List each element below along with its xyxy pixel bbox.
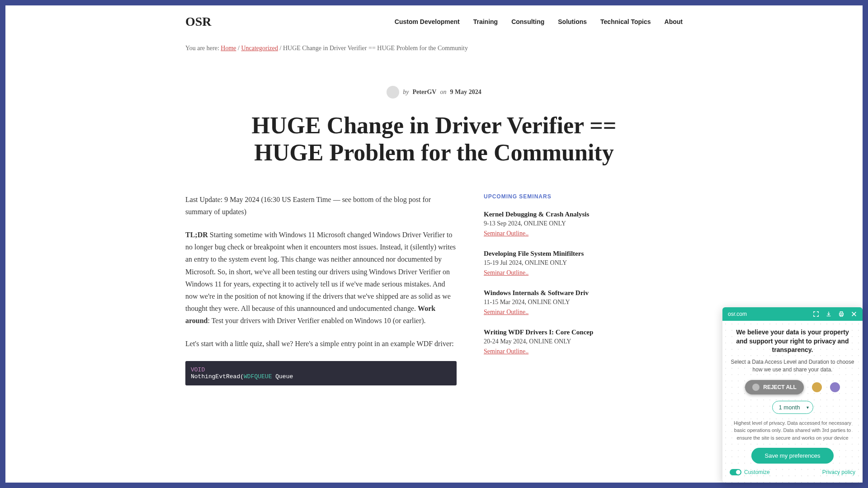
svg-rect-2 bbox=[840, 315, 842, 317]
article-meta: by PeterGV on 9 May 2024 bbox=[5, 86, 863, 99]
seminar-date: 9-13 Sep 2024, ONLINE ONLY bbox=[484, 220, 601, 227]
breadcrumb: You are here: Home / Uncategorized / HUG… bbox=[163, 38, 705, 59]
popup-description: Highest level of privacy. Data accessed … bbox=[730, 419, 855, 442]
nav-technical-topics[interactable]: Technical Topics bbox=[600, 18, 651, 25]
reject-all-button[interactable]: REJECT ALL bbox=[745, 380, 804, 394]
popup-title: We believe your data is your property an… bbox=[730, 328, 855, 355]
nav-custom-development[interactable]: Custom Development bbox=[395, 18, 460, 25]
code-block: VOID NothingEvtRead(WDFQUEUE Queue bbox=[185, 361, 457, 385]
breadcrumb-current: HUGE Change in Driver Verifier == HUGE P… bbox=[283, 45, 468, 52]
popup-header: osr.com bbox=[722, 307, 863, 321]
seminar-link[interactable]: Seminar Outline.. bbox=[484, 230, 528, 237]
meta-date[interactable]: 9 May 2024 bbox=[450, 89, 481, 96]
expand-icon[interactable] bbox=[813, 311, 819, 317]
download-icon[interactable] bbox=[826, 311, 832, 317]
seminar-date: 15-19 Jul 2024, ONLINE ONLY bbox=[484, 259, 601, 267]
author-avatar bbox=[387, 86, 399, 99]
article-title: HUGE Change in Driver Verifier == HUGE P… bbox=[231, 112, 637, 166]
main-nav: Custom Development Training Consulting S… bbox=[395, 18, 683, 25]
seminar-date: 11-15 Mar 2024, ONLINE ONLY bbox=[484, 299, 601, 306]
seminar-title: Windows Internals & Software Driv bbox=[484, 289, 601, 297]
seminar-title: Developing File System Minifilters bbox=[484, 250, 601, 258]
sidebar-heading: UPCOMING SEMINARS bbox=[484, 193, 601, 200]
seminar-link[interactable]: Seminar Outline.. bbox=[484, 309, 528, 315]
save-preferences-button[interactable]: Save my preferences bbox=[751, 448, 834, 464]
seminar-title: Writing WDF Drivers I: Core Concep bbox=[484, 328, 601, 336]
seminar-title: Kernel Debugging & Crash Analysis bbox=[484, 211, 601, 218]
paragraph-quiz: Let's start with a little quiz, shall we… bbox=[185, 338, 457, 350]
customize-button[interactable]: Customize bbox=[730, 469, 770, 475]
paragraph-update: Last Update: 9 May 2024 (16:30 US Easter… bbox=[185, 193, 457, 218]
toggle-icon bbox=[730, 469, 741, 475]
level-high-button[interactable] bbox=[830, 382, 840, 392]
reject-dot-icon bbox=[752, 384, 760, 391]
close-icon[interactable] bbox=[851, 311, 857, 317]
seminar-date: 20-24 May 2024, ONLINE ONLY bbox=[484, 338, 601, 345]
article-body: Last Update: 9 May 2024 (16:30 US Easter… bbox=[185, 193, 457, 385]
tldr-label: TL;DR bbox=[185, 231, 208, 239]
duration-select[interactable]: 1 month bbox=[772, 401, 813, 414]
meta-by: by bbox=[403, 89, 409, 96]
seminar-item: Developing File System Minifilters 15-19… bbox=[484, 250, 601, 277]
sidebar: UPCOMING SEMINARS Kernel Debugging & Cra… bbox=[484, 193, 601, 385]
nav-about[interactable]: About bbox=[665, 18, 683, 25]
popup-domain: osr.com bbox=[728, 311, 747, 317]
paragraph-tldr: TL;DR Starting sometime with Windows 11 … bbox=[185, 229, 457, 327]
meta-author[interactable]: PeterGV bbox=[413, 89, 437, 96]
meta-on: on bbox=[440, 89, 446, 96]
seminar-item: Writing WDF Drivers I: Core Concep 20-24… bbox=[484, 328, 601, 355]
privacy-popup: osr.com We believe your data is your pro… bbox=[722, 307, 863, 483]
level-medium-button[interactable] bbox=[812, 382, 822, 392]
breadcrumb-home[interactable]: Home bbox=[221, 45, 236, 52]
access-level-row: REJECT ALL bbox=[730, 380, 855, 394]
seminar-item: Kernel Debugging & Crash Analysis 9-13 S… bbox=[484, 211, 601, 237]
breadcrumb-category[interactable]: Uncategorized bbox=[241, 45, 278, 52]
privacy-policy-link[interactable]: Privacy policy bbox=[822, 469, 855, 475]
popup-subtitle: Select a Data Access Level and Duration … bbox=[730, 358, 855, 374]
print-icon[interactable] bbox=[838, 311, 844, 317]
seminar-link[interactable]: Seminar Outline.. bbox=[484, 348, 528, 355]
svg-rect-1 bbox=[840, 312, 842, 314]
site-logo[interactable]: OSR bbox=[185, 14, 212, 29]
breadcrumb-prefix: You are here: bbox=[185, 45, 221, 52]
seminar-item: Windows Internals & Software Driv 11-15 … bbox=[484, 289, 601, 316]
nav-training[interactable]: Training bbox=[473, 18, 498, 25]
nav-solutions[interactable]: Solutions bbox=[558, 18, 587, 25]
site-header: OSR Custom Development Training Consulti… bbox=[163, 5, 705, 38]
seminar-link[interactable]: Seminar Outline.. bbox=[484, 269, 528, 276]
nav-consulting[interactable]: Consulting bbox=[511, 18, 544, 25]
